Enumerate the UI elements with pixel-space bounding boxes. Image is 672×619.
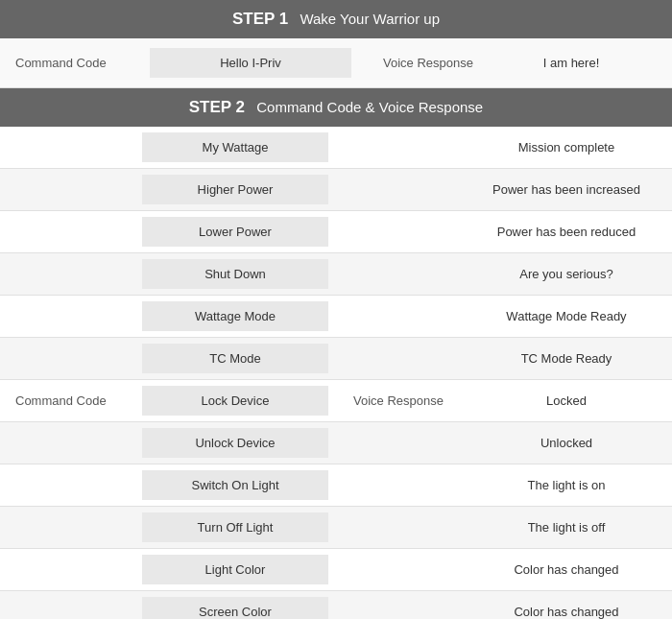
command-cell: Wattage Mode: [134, 296, 336, 337]
voice-response-col-label: [336, 562, 461, 578]
voice-response-col-label: [336, 309, 461, 324]
voice-response-col-label: [336, 520, 461, 536]
command-value: Higher Power: [142, 175, 328, 204]
table-row: Command CodeLock DeviceVoice ResponseLoc…: [0, 380, 672, 422]
command-code-col-label: [0, 436, 134, 451]
command-cell: Light Color: [134, 549, 336, 590]
command-code-col-label: [0, 225, 134, 240]
table-row: Turn Off LightThe light is off: [0, 507, 672, 549]
command-cell: Screen Color: [134, 591, 336, 619]
response-cell: Are you serious?: [461, 259, 672, 289]
step1-header: STEP 1 Wake Your Warrior up: [0, 0, 672, 38]
response-cell: Color has changed: [461, 597, 672, 619]
response-cell: TC Mode Ready: [461, 344, 672, 373]
voice-response-col-label: [336, 436, 461, 451]
command-cell: Higher Power: [134, 169, 336, 210]
table-row: Unlock DeviceUnlocked: [0, 422, 672, 464]
command-value: Screen Color: [142, 597, 328, 619]
command-value: Turn Off Light: [142, 512, 328, 542]
response-cell: The light is off: [461, 512, 672, 542]
voice-response-col-label: [336, 605, 461, 620]
voice-response-col-label: Voice Response: [336, 386, 461, 416]
command-cell: Lock Device: [134, 380, 336, 421]
command-value: Switch On Light: [142, 470, 328, 500]
command-code-col-label: [0, 351, 134, 367]
response-cell: Mission complete: [461, 132, 672, 162]
command-code-col-label: [0, 182, 134, 198]
response-cell: Power has been increased: [461, 175, 672, 204]
step2-table: My WattageMission completeHigher PowerPo…: [0, 127, 672, 619]
table-row: Light ColorColor has changed: [0, 549, 672, 591]
command-value: Wattage Mode: [142, 301, 328, 331]
response-cell: Unlocked: [461, 428, 672, 458]
command-value: Shut Down: [142, 259, 328, 289]
table-row: TC ModeTC Mode Ready: [0, 338, 672, 380]
step1-title: STEP 1: [232, 10, 288, 28]
command-code-col-label: [0, 478, 134, 493]
table-row: My WattageMission complete: [0, 127, 672, 169]
response-cell: Locked: [461, 386, 672, 416]
voice-response-label: Voice Response: [371, 56, 486, 70]
voice-response-value: I am here!: [486, 56, 657, 70]
voice-response-col-label: [336, 225, 461, 240]
command-value: Lower Power: [142, 217, 328, 247]
command-code-col-label: Command Code: [0, 386, 134, 416]
table-row: Higher PowerPower has been increased: [0, 169, 672, 211]
command-cell: Shut Down: [134, 253, 336, 295]
command-code-col-label: [0, 562, 134, 578]
voice-response-col-label: [336, 351, 461, 367]
command-value: Unlock Device: [142, 428, 328, 458]
command-value: Lock Device: [142, 386, 328, 416]
command-code-col-label: [0, 520, 134, 536]
command-code-col-label: [0, 140, 134, 155]
command-code-label: Command Code: [15, 56, 150, 70]
command-cell: Unlock Device: [134, 422, 336, 464]
table-row: Wattage ModeWattage Mode Ready: [0, 296, 672, 338]
table-row: Screen ColorColor has changed: [0, 591, 672, 619]
step1-row: Command Code Hello I-Priv Voice Response…: [0, 38, 672, 88]
command-cell: Lower Power: [134, 211, 336, 252]
response-cell: Color has changed: [461, 555, 672, 584]
response-cell: The light is on: [461, 470, 672, 500]
command-code-col-label: [0, 309, 134, 324]
step2-title: STEP 2: [189, 98, 245, 116]
table-row: Shut DownAre you serious?: [0, 253, 672, 296]
command-value: Light Color: [142, 555, 328, 584]
command-code-value: Hello I-Priv: [150, 48, 351, 78]
command-cell: TC Mode: [134, 338, 336, 379]
command-code-col-label: [0, 605, 134, 620]
step2-header: STEP 2 Command Code & Voice Response: [0, 88, 672, 127]
command-cell: My Wattage: [134, 127, 336, 168]
command-value: My Wattage: [142, 132, 328, 162]
voice-response-col-label: [336, 182, 461, 198]
command-value: TC Mode: [142, 344, 328, 373]
step1-subtitle: Wake Your Warrior up: [300, 11, 440, 27]
command-code-col-label: [0, 267, 134, 282]
voice-response-col-label: [336, 267, 461, 282]
response-cell: Power has been reduced: [461, 217, 672, 247]
voice-response-col-label: [336, 478, 461, 493]
table-row: Switch On LightThe light is on: [0, 464, 672, 507]
command-cell: Switch On Light: [134, 464, 336, 506]
response-cell: Wattage Mode Ready: [461, 301, 672, 331]
table-row: Lower PowerPower has been reduced: [0, 211, 672, 253]
voice-response-col-label: [336, 140, 461, 155]
command-cell: Turn Off Light: [134, 507, 336, 548]
step2-subtitle: Command Code & Voice Response: [256, 99, 483, 115]
